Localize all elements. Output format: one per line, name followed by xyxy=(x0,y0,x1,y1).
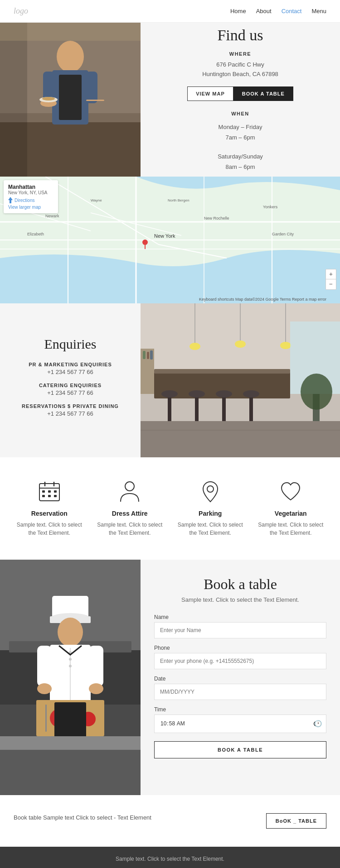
chef-illustration xyxy=(0,560,141,795)
book-table-button-hero[interactable]: BOOK A TABLE xyxy=(233,86,293,101)
svg-point-92 xyxy=(37,683,52,694)
phone-input[interactable] xyxy=(154,653,326,669)
location-icon xyxy=(199,480,222,504)
map-location-sub: New York, NY, USA xyxy=(8,190,53,195)
svg-text:Newark: Newark xyxy=(45,214,59,218)
hours-block: Monday – Friday 7am – 6pm Saturday/Sunda… xyxy=(218,122,263,173)
time-input-wrapper: 🕐 xyxy=(154,715,326,733)
svg-text:North Bergen: North Bergen xyxy=(168,198,189,202)
svg-point-45 xyxy=(280,342,291,349)
svg-rect-5 xyxy=(59,75,82,120)
book-cta-button[interactable]: BoOK _ TABLE xyxy=(266,813,326,829)
name-input[interactable] xyxy=(154,622,326,638)
nav-contact[interactable]: Contact xyxy=(282,8,302,14)
pr-enquiries-phone: +1 234 567 77 66 xyxy=(47,369,93,375)
svg-text:Elizabeth: Elizabeth xyxy=(27,232,44,236)
svg-rect-98 xyxy=(45,705,47,732)
svg-point-62 xyxy=(301,374,332,410)
svg-rect-7 xyxy=(86,72,97,103)
feature-vegetarian: Vegetarian Sample text. Click to select … xyxy=(251,480,331,537)
weekend-hours-label: Saturday/Sunday xyxy=(218,151,263,162)
map-caption: Keyboard shortcuts Map data©2024 Google … xyxy=(199,297,326,302)
svg-rect-74 xyxy=(54,495,57,497)
directions-label: Directions xyxy=(15,198,34,203)
person-icon xyxy=(118,480,141,504)
svg-rect-100 xyxy=(0,736,141,750)
name-field-group: Name xyxy=(154,614,326,638)
when-label: WHEN xyxy=(231,111,249,116)
weekday-hours-time: 7am – 6pm xyxy=(218,132,263,143)
nav-menu[interactable]: Menu xyxy=(311,8,326,14)
feature-dress-text: Sample text. Click to select the Text El… xyxy=(93,521,167,537)
clock-icon: 🕐 xyxy=(314,720,322,728)
action-buttons: VIEW MAP BOOK A TABLE xyxy=(187,86,293,101)
enquiries-section: Enquiries PR & MARKETING ENQUIRIES +1 23… xyxy=(0,303,340,457)
name-label: Name xyxy=(154,614,326,620)
interior-image xyxy=(141,303,340,457)
hero-section: Find us WHERE 676 Pacific C Hwy Huntingt… xyxy=(0,23,340,177)
map-section[interactable]: New York Newark Yonkers New Rochelle Eli… xyxy=(0,177,340,303)
nav-home[interactable]: Home xyxy=(230,8,246,14)
navbar: logo Home About Contact Menu xyxy=(0,0,340,23)
catering-enquiries-label: CATERING ENQUIRIES xyxy=(39,383,102,388)
svg-point-49 xyxy=(161,390,178,398)
svg-text:New York: New York xyxy=(154,233,175,239)
svg-point-75 xyxy=(125,482,134,491)
find-us-title: Find us xyxy=(217,27,263,44)
catering-enquiries-phone: +1 234 567 77 66 xyxy=(47,389,93,396)
booking-chef-image xyxy=(0,560,141,795)
svg-point-55 xyxy=(243,390,259,398)
pr-enquiries-label: PR & MARKETING ENQUIRIES xyxy=(29,362,112,367)
svg-text:Yonkers: Yonkers xyxy=(263,205,278,209)
interior-illustration xyxy=(141,303,340,457)
svg-rect-69 xyxy=(42,490,45,493)
booking-subtitle: Sample text. Click to select the Text El… xyxy=(154,596,326,603)
zoom-in-button[interactable]: + xyxy=(326,269,336,279)
svg-rect-63 xyxy=(141,421,340,457)
time-input[interactable] xyxy=(154,715,326,733)
feature-vegetarian-text: Sample text. Click to select the Text El… xyxy=(254,521,328,537)
map-info-box: Manhattan New York, NY, USA Directions V… xyxy=(4,180,58,213)
date-input[interactable] xyxy=(154,684,326,700)
svg-rect-71 xyxy=(54,490,57,493)
svg-rect-91 xyxy=(89,646,103,686)
svg-text:Wayne: Wayne xyxy=(91,198,102,202)
map-directions-link[interactable]: Directions xyxy=(8,197,53,203)
address-line2: Huntington Beach, CA 67898 xyxy=(202,70,278,79)
weekday-hours-label: Monday – Friday xyxy=(218,122,263,132)
where-label: WHERE xyxy=(229,51,251,57)
svg-rect-73 xyxy=(48,495,51,497)
feature-reservation: Reservation Sample text. Click to select… xyxy=(9,480,90,537)
footer-text: Sample text. Click to select the Text El… xyxy=(14,856,326,862)
svg-point-93 xyxy=(89,683,103,694)
map-zoom-controls: + − xyxy=(325,269,336,290)
time-label: Time xyxy=(154,706,326,713)
book-table-submit-button[interactable]: BOOK A TABLE xyxy=(154,741,326,758)
footer: Sample text. Click to select the Text El… xyxy=(0,847,340,868)
svg-rect-52 xyxy=(222,394,226,421)
svg-rect-59 xyxy=(150,350,153,360)
svg-point-53 xyxy=(216,390,232,398)
map-location-name: Manhattan xyxy=(8,184,53,190)
booking-section: Book a table Sample text. Click to selec… xyxy=(0,560,340,795)
map-background: New York Newark Yonkers New Rochelle Eli… xyxy=(0,177,340,303)
view-map-button[interactable]: VIEW MAP xyxy=(187,86,233,101)
view-larger-map-link[interactable]: View larger map xyxy=(8,205,53,210)
svg-point-41 xyxy=(189,343,200,350)
svg-point-3 xyxy=(57,41,84,72)
feature-reservation-text: Sample text. Click to select the Text El… xyxy=(13,521,86,537)
hero-illustration xyxy=(0,23,141,177)
date-label: Date xyxy=(154,676,326,682)
reservations-phone: +1 234 567 77 66 xyxy=(47,410,93,417)
svg-point-84 xyxy=(58,618,83,647)
svg-point-89 xyxy=(69,665,72,667)
nav-about[interactable]: About xyxy=(256,8,272,14)
zoom-out-button[interactable]: − xyxy=(326,279,336,289)
book-cta-section: Book table Sample text Click to select -… xyxy=(0,795,340,847)
feature-parking-title: Parking xyxy=(199,510,222,517)
svg-rect-12 xyxy=(0,23,27,177)
svg-rect-13 xyxy=(0,23,141,41)
svg-rect-50 xyxy=(195,394,199,421)
feature-reservation-title: Reservation xyxy=(31,510,68,517)
book-cta-text: Book table Sample text Click to select -… xyxy=(14,813,257,822)
